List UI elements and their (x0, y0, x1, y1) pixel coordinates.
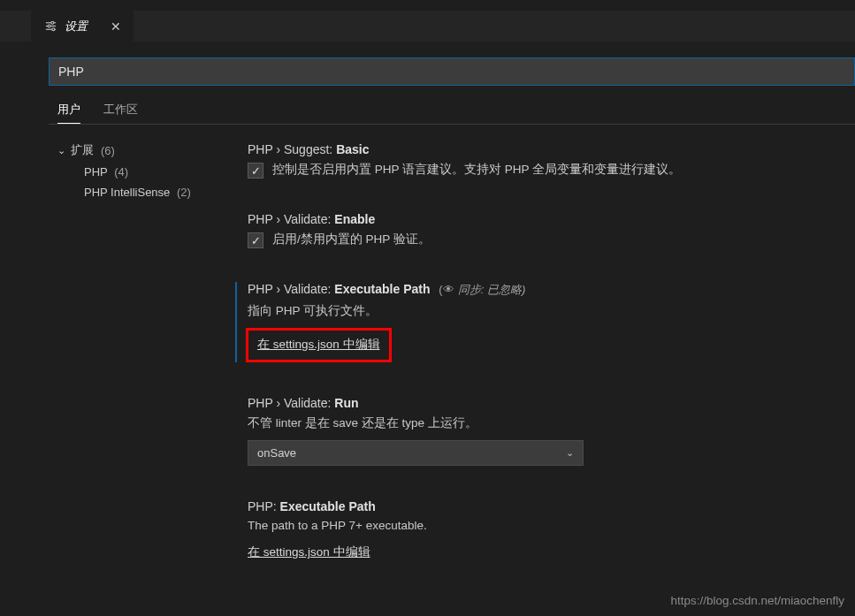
sync-ignored-hint: (👁同步: 已忽略) (439, 283, 525, 296)
scope-tabs: 用户 工作区 (49, 102, 855, 124)
toc-item-php-intellisense[interactable]: PHP IntelliSense (2) (84, 186, 239, 199)
setting-desc: The path to a PHP 7+ executable. (248, 519, 837, 532)
toc-item-php[interactable]: PHP (4) (84, 165, 239, 179)
check-icon: ✓ (251, 164, 261, 178)
settings-icon (43, 19, 57, 34)
chevron-down-icon: ⌄ (57, 145, 65, 156)
toc-sidebar: ⌄ 扩展 (6) PHP (4) PHP IntelliSense (2) (49, 142, 239, 560)
svg-point-4 (48, 25, 50, 27)
scope-tab-user[interactable]: 用户 (57, 102, 80, 124)
tab-settings[interactable]: 设置 ✕ (31, 11, 134, 42)
close-icon[interactable]: ✕ (111, 19, 121, 34)
setting-php-suggest-basic: PHP › Suggest: Basic ✓ 控制是否启用内置 PHP 语言建议… (248, 142, 837, 179)
edit-in-settings-json-link[interactable]: 在 settings.json 中编辑 (257, 337, 380, 353)
check-icon: ✓ (251, 234, 261, 247)
setting-php-validate-enable: PHP › Validate: Enable ✓ 启用/禁用内置的 PHP 验证… (248, 212, 837, 248)
sync-off-icon: (👁 (439, 283, 454, 296)
svg-point-3 (50, 21, 53, 24)
toc-parent-label: 扩展 (71, 142, 94, 158)
setting-desc: 启用/禁用内置的 PHP 验证。 (272, 232, 431, 247)
svg-point-5 (51, 28, 54, 31)
watermark: https://blog.csdn.net/miaochenfly (670, 594, 844, 607)
setting-php-validate-run: PHP › Validate: Run 不管 linter 是在 save 还是… (248, 396, 837, 466)
checkbox-suggest-basic[interactable]: ✓ (248, 163, 263, 179)
setting-desc: 不管 linter 是在 save 还是在 type 上运行。 (248, 415, 837, 431)
select-validate-run[interactable]: onSave ⌄ (248, 440, 584, 466)
setting-php-validate-executable-path: PHP › Validate: Executable Path (👁同步: 已忽… (235, 282, 837, 362)
tab-label: 设置 (65, 19, 88, 34)
toc-extensions[interactable]: ⌄ 扩展 (6) (57, 142, 239, 158)
chevron-down-icon: ⌄ (566, 447, 574, 459)
setting-desc: 指向 PHP 可执行文件。 (248, 303, 837, 319)
select-value: onSave (257, 446, 296, 460)
settings-search-input[interactable] (49, 57, 855, 86)
toc-parent-count: (6) (101, 144, 115, 157)
tab-bar: 设置 ✕ (0, 11, 855, 42)
scope-tab-workspace[interactable]: 工作区 (103, 102, 138, 124)
setting-php-executable-path: PHP: Executable Path The path to a PHP 7… (248, 499, 837, 560)
edit-in-settings-json-link[interactable]: 在 settings.json 中编辑 (248, 544, 370, 560)
highlight-annotation: 在 settings.json 中编辑 (246, 328, 392, 362)
checkbox-validate-enable[interactable]: ✓ (248, 232, 263, 248)
setting-desc: 控制是否启用内置 PHP 语言建议。支持对 PHP 全局变量和变量进行建议。 (272, 162, 681, 178)
